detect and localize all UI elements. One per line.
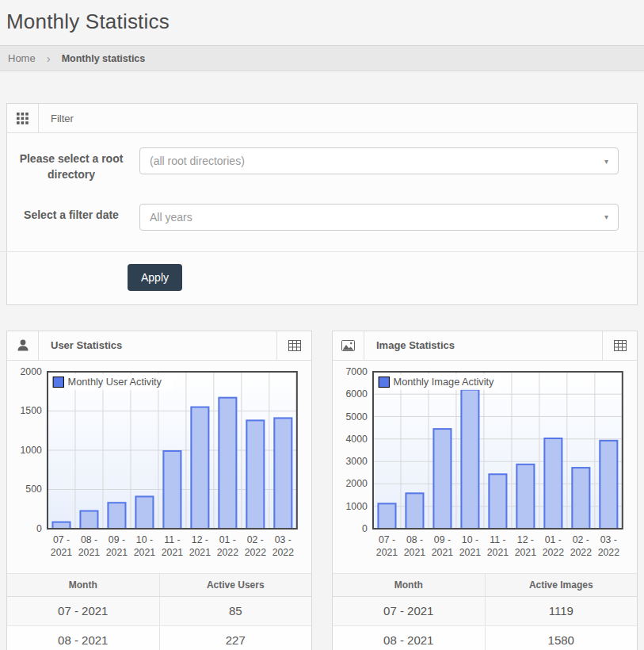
table-cell: 85 xyxy=(159,596,311,625)
bar xyxy=(52,522,70,528)
user-icon xyxy=(7,331,39,360)
root-directory-row: Please select a root directory (all root… xyxy=(19,147,625,183)
page: Monthly Statistics Home › Monthly statis… xyxy=(0,0,644,650)
table-cell: 08 - 2021 xyxy=(333,625,485,650)
filter-date-label: Select a filter date xyxy=(19,204,124,231)
bar xyxy=(516,464,534,528)
root-directory-select[interactable]: (all root directories) ▾ xyxy=(139,147,619,174)
filter-panel-title: Filter xyxy=(39,104,637,132)
filter-date-row: Select a filter date All years ▾ xyxy=(19,204,625,231)
table-icon[interactable] xyxy=(276,331,311,360)
bar xyxy=(80,510,97,528)
table-row: 07 - 202185 xyxy=(7,596,311,625)
y-axis-tick-label: 0 xyxy=(362,523,368,534)
svg-text:Monthly User Activity: Monthly User Activity xyxy=(68,377,162,388)
filter-date-select-value: All years xyxy=(150,211,604,224)
x-axis-tick-label: 11 -2021 xyxy=(487,534,509,558)
apply-button[interactable]: Apply xyxy=(128,264,182,291)
x-axis-tick-label: 07 -2021 xyxy=(51,534,73,558)
x-axis-tick-label: 10 -2021 xyxy=(459,534,482,558)
chart-legend: Monthly Image Activity xyxy=(375,374,498,390)
y-axis-tick-label: 0 xyxy=(36,523,42,534)
bar xyxy=(274,418,292,529)
table-icon[interactable] xyxy=(602,331,637,360)
y-axis-tick-label: 1000 xyxy=(346,500,368,511)
bar xyxy=(108,503,125,529)
user-activity-chart: 050010001500200007 -202108 -202109 -2021… xyxy=(7,361,311,573)
y-axis-tick-label: 1000 xyxy=(21,445,43,456)
y-axis-tick-label: 1500 xyxy=(21,405,43,416)
user-statistics-title: User Statistics xyxy=(39,331,276,360)
x-axis-tick-label: 01 -2022 xyxy=(543,534,565,558)
bar xyxy=(600,440,617,528)
y-axis-tick-label: 5000 xyxy=(346,411,368,422)
bar xyxy=(378,503,395,529)
breadcrumb-current: Monthly statistics xyxy=(62,53,146,64)
filter-panel: Filter Please select a root directory (a… xyxy=(6,103,638,305)
root-directory-select-value: (all root directories) xyxy=(150,155,604,167)
bar xyxy=(461,389,478,528)
image-statistics-title: Image Statistics xyxy=(364,331,602,360)
page-title: Monthly Statistics xyxy=(6,10,636,34)
image-statistics-table: MonthActive Images07 - 2021111908 - 2021… xyxy=(333,573,637,650)
y-axis-tick-label: 7000 xyxy=(346,367,368,377)
x-axis-tick-label: 01 -2022 xyxy=(217,534,239,558)
x-axis-tick-label: 12 -2021 xyxy=(515,534,537,558)
x-axis-tick-label: 08 -2021 xyxy=(78,534,101,558)
breadcrumb-chevron-icon: › xyxy=(47,52,51,64)
root-directory-label: Please select a root directory xyxy=(19,147,124,183)
bar xyxy=(489,474,506,529)
user-statistics-header: User Statistics xyxy=(7,331,311,361)
bar xyxy=(246,420,264,529)
breadcrumb: Home › Monthly statistics xyxy=(0,45,644,71)
svg-text:Monthly Image Activity: Monthly Image Activity xyxy=(394,377,495,388)
breadcrumb-home-link[interactable]: Home xyxy=(8,52,36,64)
column-header: Month xyxy=(7,573,159,596)
column-header: Active Images xyxy=(485,573,637,596)
bar xyxy=(406,493,423,529)
bar xyxy=(544,438,562,529)
x-axis-tick-label: 10 -2021 xyxy=(134,534,156,558)
bar xyxy=(135,496,153,529)
x-axis-tick-label: 07 -2021 xyxy=(376,534,398,558)
table-cell: 1119 xyxy=(485,596,637,625)
chevron-down-icon: ▾ xyxy=(604,157,608,166)
table-cell: 1580 xyxy=(485,625,637,650)
user-statistics-panel: User Statistics 050010001500200007 -2021… xyxy=(6,331,312,650)
table-header-row: MonthActive Images xyxy=(333,573,637,596)
statistics-columns: User Statistics 050010001500200007 -2021… xyxy=(6,331,638,650)
table-row: 07 - 20211119 xyxy=(333,596,637,625)
column-header: Active Users xyxy=(159,573,311,596)
table-header-row: MonthActive Users xyxy=(7,573,311,596)
user-statistics-table: MonthActive Users07 - 20218508 - 2021227… xyxy=(7,573,311,650)
image-statistics-header: Image Statistics xyxy=(333,331,637,361)
x-axis-tick-label: 09 -2021 xyxy=(432,534,454,558)
table-cell: 08 - 2021 xyxy=(7,625,159,650)
bar xyxy=(163,451,181,529)
bar xyxy=(191,407,208,528)
image-statistics-panel: Image Statistics 01000200030004000500060… xyxy=(332,331,638,650)
x-axis-tick-label: 08 -2021 xyxy=(404,534,426,558)
x-axis-tick-label: 12 -2021 xyxy=(189,534,211,558)
x-axis-tick-label: 03 -2022 xyxy=(272,534,295,558)
column-header: Month xyxy=(333,573,485,596)
y-axis-tick-label: 500 xyxy=(25,484,42,495)
y-axis-tick-label: 2000 xyxy=(346,478,368,489)
x-axis-tick-label: 09 -2021 xyxy=(106,534,128,558)
filter-date-select[interactable]: All years ▾ xyxy=(139,204,619,231)
y-axis-tick-label: 3000 xyxy=(346,456,368,467)
bar xyxy=(433,429,451,529)
filter-panel-header: Filter xyxy=(7,104,637,133)
bar xyxy=(572,468,589,529)
table-row: 08 - 20211580 xyxy=(333,625,637,650)
grid-icon xyxy=(7,104,39,132)
table-cell: 07 - 2021 xyxy=(333,596,485,625)
apply-row: Apply xyxy=(7,252,637,304)
image-activity-chart: 0100020003000400050006000700007 -202108 … xyxy=(333,361,637,573)
y-axis-tick-label: 4000 xyxy=(346,434,368,445)
x-axis-tick-label: 02 -2022 xyxy=(570,534,593,558)
filter-form: Please select a root directory (all root… xyxy=(7,133,637,231)
table-cell: 07 - 2021 xyxy=(7,596,159,625)
x-axis-tick-label: 02 -2022 xyxy=(245,534,267,558)
x-axis-tick-label: 11 -2021 xyxy=(162,534,184,558)
